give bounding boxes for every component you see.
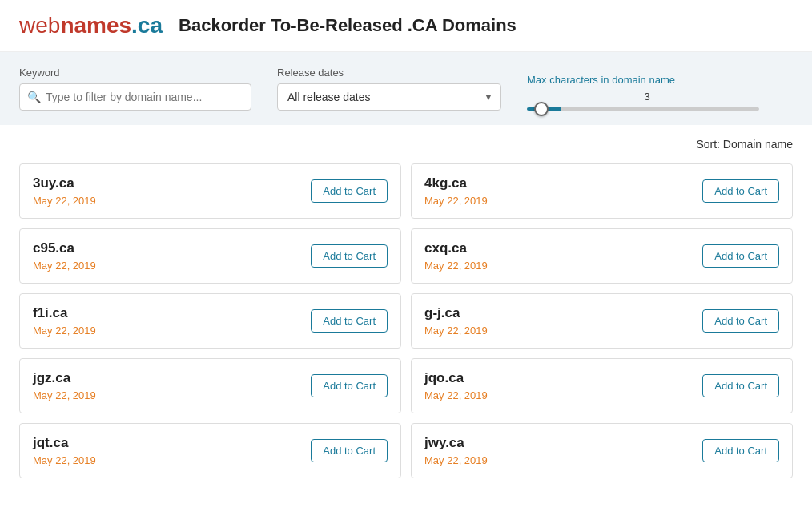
keyword-filter-group: Keyword 🔍 — [19, 67, 251, 111]
domain-info: jqt.ca May 22, 2019 — [33, 435, 96, 466]
domain-name: jqo.ca — [424, 370, 488, 386]
add-to-cart-button[interactable]: Add to Cart — [702, 374, 779, 397]
domain-date: May 22, 2019 — [424, 260, 488, 272]
add-to-cart-button[interactable]: Add to Cart — [311, 244, 388, 268]
domain-card: jqo.ca May 22, 2019 Add to Cart — [411, 358, 793, 413]
domain-date: May 22, 2019 — [424, 454, 488, 466]
add-to-cart-button[interactable]: Add to Cart — [311, 309, 388, 333]
domain-card: cxq.ca May 22, 2019 Add to Cart — [411, 228, 793, 284]
max-chars-slider[interactable] — [527, 107, 759, 111]
domain-name: f1i.ca — [33, 305, 96, 321]
domain-name: jwy.ca — [424, 435, 488, 451]
add-to-cart-button[interactable]: Add to Cart — [311, 439, 388, 462]
domain-name: g-j.ca — [424, 305, 488, 321]
domain-info: c95.ca May 22, 2019 — [33, 240, 96, 272]
domain-date: May 22, 2019 — [33, 389, 96, 401]
domain-name: 4kg.ca — [424, 175, 488, 191]
domain-info: jwy.ca May 22, 2019 — [424, 435, 488, 466]
domain-card: 3uy.ca May 22, 2019 Add to Cart — [19, 163, 401, 219]
release-select[interactable]: All release dates May 22, 2019 May 23, 2… — [277, 83, 501, 111]
domain-info: 4kg.ca May 22, 2019 — [424, 175, 488, 207]
site-logo[interactable]: webnames.ca — [19, 13, 163, 38]
search-icon: 🔍 — [27, 91, 41, 103]
content-area: Sort: Domain name 3uy.ca May 22, 2019 Ad… — [0, 125, 812, 491]
domain-date: May 22, 2019 — [424, 389, 488, 401]
domain-card: jwy.ca May 22, 2019 Add to Cart — [411, 423, 793, 478]
domain-card: g-j.ca May 22, 2019 Add to Cart — [411, 293, 793, 349]
slider-group: Max characters in domain name 3 — [527, 74, 767, 111]
logo-web-text: web — [19, 13, 60, 38]
release-select-wrapper: All release dates May 22, 2019 May 23, 2… — [277, 83, 501, 111]
domain-info: f1i.ca May 22, 2019 — [33, 305, 96, 337]
sort-label: Sort: — [696, 138, 720, 151]
logo-names-text: names — [60, 13, 131, 38]
add-to-cart-button[interactable]: Add to Cart — [702, 244, 779, 268]
domain-card: jqt.ca May 22, 2019 Add to Cart — [19, 423, 401, 478]
domain-name: jgz.ca — [33, 370, 96, 386]
release-label: Release dates — [277, 67, 501, 79]
release-filter-group: Release dates All release dates May 22, … — [277, 67, 501, 111]
domain-name: 3uy.ca — [33, 175, 96, 191]
domain-name: c95.ca — [33, 240, 96, 256]
domain-date: May 22, 2019 — [33, 195, 96, 207]
domain-name: cxq.ca — [424, 240, 488, 256]
domain-info: cxq.ca May 22, 2019 — [424, 240, 488, 272]
domain-card: jgz.ca May 22, 2019 Add to Cart — [19, 358, 401, 413]
sort-value: Domain name — [723, 138, 793, 151]
domain-info: jgz.ca May 22, 2019 — [33, 370, 96, 401]
domain-info: 3uy.ca May 22, 2019 — [33, 175, 96, 207]
add-to-cart-button[interactable]: Add to Cart — [311, 179, 388, 203]
add-to-cart-button[interactable]: Add to Cart — [702, 309, 779, 333]
sort-bar: Sort: Domain name — [19, 138, 793, 151]
keyword-label: Keyword — [19, 67, 251, 79]
add-to-cart-button[interactable]: Add to Cart — [702, 179, 779, 203]
add-to-cart-button[interactable]: Add to Cart — [702, 439, 779, 462]
domain-date: May 22, 2019 — [424, 195, 488, 207]
domain-card: 4kg.ca May 22, 2019 Add to Cart — [411, 163, 793, 219]
domain-card: c95.ca May 22, 2019 Add to Cart — [19, 228, 401, 284]
add-to-cart-button[interactable]: Add to Cart — [311, 374, 388, 397]
filter-bar: Keyword 🔍 Release dates All release date… — [0, 52, 812, 125]
page-header: webnames.ca Backorder To-Be-Released .CA… — [0, 0, 812, 52]
logo-ca-text: .ca — [131, 13, 163, 38]
domain-name: jqt.ca — [33, 435, 96, 451]
domain-date: May 22, 2019 — [33, 260, 96, 272]
domains-grid: 3uy.ca May 22, 2019 Add to Cart 4kg.ca M… — [19, 163, 793, 478]
domain-card: f1i.ca May 22, 2019 Add to Cart — [19, 293, 401, 349]
keyword-input-wrapper: 🔍 — [19, 83, 251, 111]
domain-date: May 22, 2019 — [33, 325, 96, 337]
slider-value: 3 — [527, 91, 767, 103]
domain-info: jqo.ca May 22, 2019 — [424, 370, 488, 401]
domain-date: May 22, 2019 — [33, 454, 96, 466]
domain-date: May 22, 2019 — [424, 325, 488, 337]
page-title: Backorder To-Be-Released .CA Domains — [179, 15, 517, 36]
keyword-input[interactable] — [19, 83, 251, 111]
slider-label: Max characters in domain name — [527, 74, 767, 86]
domain-info: g-j.ca May 22, 2019 — [424, 305, 488, 337]
